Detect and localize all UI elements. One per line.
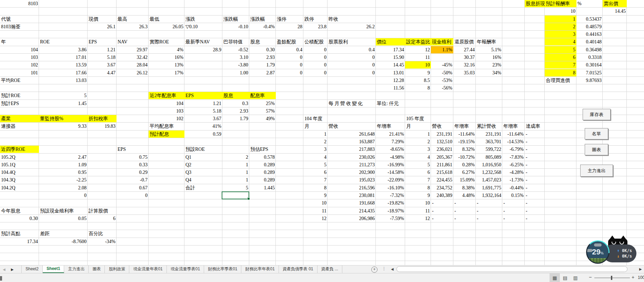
cell[interactable]: 26.12 [117, 69, 149, 76]
cell[interactable]: 104 年度 [303, 115, 328, 122]
cell[interactable]: EPS [88, 38, 117, 45]
cell[interactable]: - [525, 154, 545, 161]
cell[interactable]: 0.59 [184, 130, 222, 138]
cell[interactable]: 1,016,950 [476, 161, 502, 168]
cell[interactable]: 104 [0, 46, 39, 53]
cell[interactable]: 8.38% [453, 184, 476, 191]
cell[interactable]: 1,457,023 [476, 176, 502, 184]
cell[interactable]: -0.4% [249, 23, 276, 30]
cell[interactable]: 230,081 [328, 192, 376, 199]
cell[interactable]: 平均ROE [0, 77, 39, 84]
cell[interactable]: 5.18 [184, 107, 222, 115]
cell[interactable]: 3 [405, 146, 431, 153]
cell[interactable]: 0 [303, 46, 328, 53]
cell[interactable]: 1.21 [88, 46, 117, 53]
cell[interactable]: 1.21 [184, 100, 222, 107]
cell[interactable]: 6.27% [453, 169, 476, 176]
cell[interactable]: 10 [303, 199, 328, 207]
cell[interactable]: 0.40148 [576, 38, 603, 45]
cell[interactable]: % [576, 0, 603, 7]
cell[interactable]: -8.7600 [39, 238, 88, 245]
cell[interactable]: 240,389 [431, 192, 453, 199]
cell[interactable]: 1 [303, 130, 328, 138]
cell[interactable]: 10 [405, 199, 431, 207]
cell[interactable]: 1,691,775 [476, 184, 502, 191]
cell[interactable]: 1.79 [222, 115, 249, 122]
cell[interactable]: 配息率 [249, 92, 276, 99]
cell[interactable]: 7 [405, 176, 431, 184]
cell[interactable]: 價位 [376, 38, 405, 45]
cell[interactable]: 最新季NAV [184, 38, 222, 45]
cell[interactable]: 0.289 [249, 176, 276, 184]
cell[interactable]: 11 [303, 207, 328, 215]
cell[interactable]: 101 [0, 69, 39, 76]
cell[interactable]: 28.9 [184, 46, 222, 53]
cell[interactable]: 0.44163 [576, 31, 603, 38]
cell[interactable]: 3.67 [184, 115, 222, 122]
cell[interactable]: 104.2Q [0, 184, 39, 191]
cell[interactable]: 現金殖利 [431, 38, 453, 45]
cell[interactable]: 合計 [184, 184, 222, 191]
cell[interactable]: ▽0.10 [184, 23, 222, 30]
sheet-tab-1[interactable]: Sheet2 [21, 265, 43, 273]
spreadsheet-grid[interactable]: 8103股息折現預計報酬率%賣出價1014.45代號現價最高最低漲跌漲跌幅漲跌幅… [0, 0, 644, 265]
cell[interactable]: 0 [276, 54, 303, 61]
cell[interactable]: -0.44% [502, 184, 525, 191]
cell[interactable]: 1.445 [249, 184, 276, 191]
cell[interactable]: 漲跌幅 [249, 15, 276, 23]
cell[interactable]: 12.28 [376, 77, 405, 84]
cell[interactable]: 1,232,568 [476, 169, 502, 176]
cell[interactable]: 363,701 [476, 138, 502, 145]
cell[interactable]: 1.45 [39, 100, 88, 107]
cell[interactable]: 32.16 [453, 61, 476, 69]
cell[interactable]: 百分比 [88, 230, 117, 237]
cell[interactable]: 234,752 [431, 184, 453, 191]
cell[interactable]: 單位: 仟元 [376, 100, 405, 107]
cell[interactable]: 49% [249, 115, 276, 122]
cell[interactable]: 217,883 [328, 146, 376, 153]
cell[interactable]: 105.1Q [0, 161, 39, 168]
cell[interactable]: 5 [222, 184, 249, 191]
cell[interactable]: 最高 [117, 15, 149, 23]
cell[interactable]: 2.47 [39, 154, 88, 161]
cell[interactable]: 5.18 [88, 54, 117, 61]
cell[interactable]: 191,668 [328, 199, 376, 207]
cell[interactable]: 2 [222, 154, 249, 161]
cell[interactable]: 年增率 [453, 123, 476, 130]
cell[interactable]: 11 [405, 54, 431, 61]
cell[interactable]: 23% [476, 61, 502, 69]
cell[interactable]: 公積配股 [303, 38, 328, 45]
cell[interactable]: - [525, 215, 545, 222]
sheet-tab-2[interactable]: Sheet1 [43, 265, 64, 273]
cell[interactable]: 805,089 [476, 154, 502, 161]
cell[interactable]: 0 [276, 69, 303, 76]
cell[interactable]: Q1 [184, 154, 222, 161]
cell[interactable]: 211,861 [431, 161, 453, 168]
cell[interactable]: 4.47 [88, 69, 117, 76]
cell[interactable]: 163,887 [328, 138, 376, 145]
cell[interactable]: ROE [39, 38, 88, 45]
cell[interactable]: 17% [149, 69, 184, 76]
cell[interactable]: 5 [39, 92, 88, 99]
sheet-tab-6[interactable]: 現金流量年表01 [129, 265, 167, 273]
cell[interactable]: 9 [405, 69, 431, 76]
cell[interactable]: 23.8 [303, 23, 328, 30]
sheet-tab-11[interactable]: 資產負 ... [318, 265, 342, 273]
cell[interactable]: 現價 [88, 15, 117, 23]
cell[interactable]: 8.32% [453, 146, 476, 153]
cell[interactable]: 折扣稅率 [88, 115, 117, 122]
cell[interactable]: 2 [405, 138, 431, 145]
cell[interactable]: 1 [405, 130, 431, 138]
cell[interactable]: 29.97 [117, 46, 149, 53]
cell[interactable]: 9.33 [39, 123, 88, 130]
cell[interactable]: 代號 [0, 15, 39, 23]
cell[interactable]: -7.83% [502, 154, 525, 161]
cell[interactable]: Q2 [184, 161, 222, 168]
cell[interactable]: 年 [0, 38, 39, 45]
tab-scroll-right-icon[interactable]: ▶ [11, 268, 14, 271]
cell[interactable]: - [525, 192, 545, 199]
cell[interactable]: 236,021 [431, 146, 453, 153]
cell[interactable]: 股息 [249, 38, 276, 45]
cell[interactable]: 215,618 [431, 169, 453, 176]
cell[interactable]: 董監持股% [39, 115, 88, 122]
